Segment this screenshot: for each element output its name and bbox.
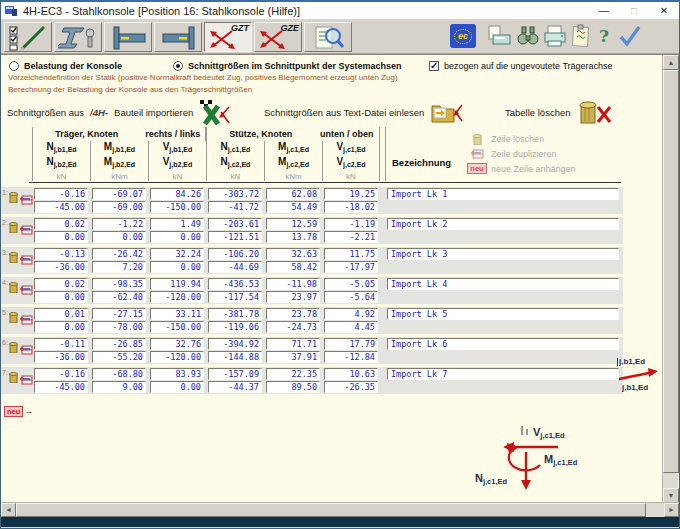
force-cell-input[interactable] [92,351,146,363]
force-cell-input[interactable] [266,351,320,363]
delete-row-icon[interactable] [9,339,18,357]
force-cell-input[interactable] [150,201,204,213]
bezeichnung-input[interactable] [387,338,619,350]
force-cell-input[interactable] [150,218,204,230]
horizontal-scroll-thumb[interactable] [16,503,646,517]
force-cell-input[interactable] [92,218,146,230]
print-copy-button[interactable] [486,24,512,48]
force-cell-input[interactable] [150,188,204,200]
folder-import-icon[interactable] [430,99,464,125]
force-cell-input[interactable] [266,218,320,230]
force-cell-input[interactable] [150,381,204,393]
force-cell-input[interactable] [208,308,262,320]
force-cell-input[interactable] [92,368,146,380]
force-cell-input[interactable] [266,201,320,213]
force-cell-input[interactable] [208,201,262,213]
force-cell-input[interactable] [266,188,320,200]
force-cell-input[interactable] [34,308,88,320]
force-cell-input[interactable] [92,308,146,320]
duplicate-row-icon[interactable] [20,371,33,389]
gze-button[interactable]: GZE [254,22,302,52]
force-cell-input[interactable] [150,231,204,243]
force-cell-input[interactable] [208,261,262,273]
scroll-left-button[interactable]: ◄ [1,503,16,517]
checkbox-icon[interactable] [429,61,439,71]
delete-row-icon[interactable] [9,309,18,327]
force-cell-input[interactable] [266,291,320,303]
import-txt-action[interactable]: Schnittgrößen aus Text-Datei einlesen [264,97,464,127]
import-4h-action[interactable]: Schnittgrößen aus /4H- Bauteil importier… [7,97,231,127]
force-cell-input[interactable] [208,231,262,243]
force-cell-input[interactable] [150,291,204,303]
section-button[interactable] [54,22,102,52]
connection-right-button[interactable] [154,22,202,52]
force-cell-input[interactable] [324,351,378,363]
force-cell-input[interactable] [208,381,262,393]
force-cell-input[interactable] [92,248,146,260]
force-cell-input[interactable] [92,291,146,303]
force-cell-input[interactable] [150,321,204,333]
force-cell-input[interactable] [34,351,88,363]
confirm-button[interactable] [617,24,643,48]
force-cell-input[interactable] [150,261,204,273]
vertical-scrollbar[interactable]: ▲ ▼ [662,55,678,503]
notes-button[interactable] [568,24,594,48]
force-cell-input[interactable] [208,218,262,230]
radio-icon[interactable] [9,61,19,71]
force-cell-input[interactable] [92,201,146,213]
force-cell-input[interactable] [324,321,378,333]
duplicate-row-icon[interactable] [20,191,33,209]
neu-badge[interactable]: neu [4,406,23,417]
force-cell-input[interactable] [92,321,146,333]
radio-belastung[interactable]: Belastung der Konsole [9,60,122,72]
force-cell-input[interactable] [150,308,204,320]
force-cell-input[interactable] [34,338,88,350]
radio-selected-icon[interactable] [173,61,183,71]
force-cell-input[interactable] [266,338,320,350]
force-cell-input[interactable] [208,321,262,333]
force-cell-input[interactable] [92,188,146,200]
force-cell-input[interactable] [324,261,378,273]
bezeichnung-input[interactable] [387,248,619,260]
force-cell-input[interactable] [34,381,88,393]
force-cell-input[interactable] [324,338,378,350]
force-cell-input[interactable] [34,248,88,260]
force-cell-input[interactable] [34,218,88,230]
force-cell-input[interactable] [324,201,378,213]
force-cell-input[interactable] [34,291,88,303]
help-button[interactable]: ? [595,24,613,48]
delete-row-icon[interactable] [9,249,18,267]
bezeichnung-input[interactable] [387,218,619,230]
excel-import-icon[interactable] [199,99,231,125]
bezeichnung-input[interactable] [387,188,619,200]
force-cell-input[interactable] [324,248,378,260]
force-cell-input[interactable] [266,308,320,320]
gzt-button[interactable]: GZT [204,22,252,52]
force-cell-input[interactable] [266,248,320,260]
force-cell-input[interactable] [266,231,320,243]
force-cell-input[interactable] [266,278,320,290]
force-cell-input[interactable] [150,278,204,290]
duplicate-row-icon[interactable] [20,341,33,359]
force-cell-input[interactable] [266,261,320,273]
force-cell-input[interactable] [208,351,262,363]
force-cell-input[interactable] [34,188,88,200]
force-cell-input[interactable] [150,351,204,363]
delete-row-icon[interactable] [9,369,18,387]
force-cell-input[interactable] [324,308,378,320]
trash-delete-icon[interactable] [577,99,613,126]
horizontal-scrollbar[interactable]: ◄ ► [1,502,679,517]
append-row-button[interactable]: neu→ [4,400,33,418]
force-cell-input[interactable] [324,381,378,393]
preview-button[interactable] [304,22,352,52]
delete-row-icon[interactable] [9,219,18,237]
force-cell-input[interactable] [34,231,88,243]
duplicate-row-icon[interactable] [20,281,33,299]
close-button[interactable]: ✕ [649,2,679,20]
force-cell-input[interactable] [208,188,262,200]
force-cell-input[interactable] [34,321,88,333]
force-cell-input[interactable] [92,278,146,290]
scroll-right-button[interactable]: ► [664,503,679,517]
bezeichnung-input[interactable] [387,278,619,290]
force-cell-input[interactable] [34,201,88,213]
